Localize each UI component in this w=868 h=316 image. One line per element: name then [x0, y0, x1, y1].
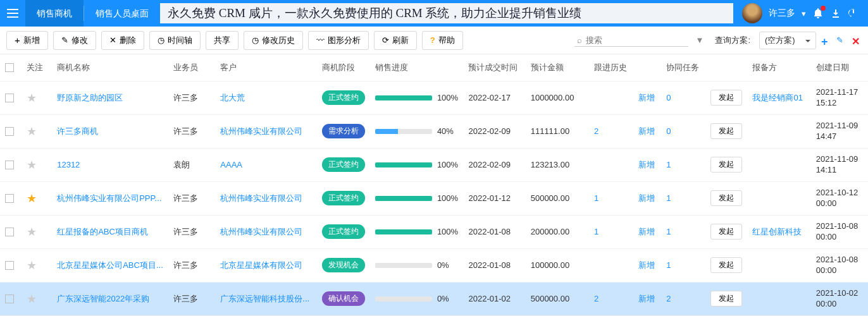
- row-checkbox[interactable]: [5, 295, 14, 303]
- opportunity-name-link[interactable]: 广东深远智能2022年采购: [57, 294, 149, 303]
- table-row[interactable]: ★杭州伟峰实业有限公司PPP...许三多杭州伟峰实业有限公司正式签约100%20…: [0, 181, 868, 215]
- plan-edit-icon[interactable]: ✎: [836, 35, 846, 46]
- star-icon[interactable]: ★: [27, 259, 37, 272]
- table-row[interactable]: ★野原新之助的园区许三多北大荒正式签约100%2022-02-171000000…: [0, 81, 868, 114]
- tab-sales-desktop[interactable]: 销售人员桌面: [84, 0, 160, 27]
- coop-count-link[interactable]: 0: [666, 126, 671, 136]
- initiate-button[interactable]: 发起: [710, 257, 742, 273]
- x-icon: [109, 35, 116, 45]
- plan-close-icon[interactable]: ✕: [852, 35, 862, 46]
- avatar[interactable]: [742, 3, 762, 23]
- row-checkbox[interactable]: [5, 261, 14, 270]
- col-expect-amount[interactable]: 预计金额: [526, 54, 589, 81]
- row-checkbox[interactable]: [5, 194, 14, 203]
- col-follow-history[interactable]: 跟进历史: [589, 54, 633, 81]
- opportunity-name-link[interactable]: 红星报备的ABC项目商机: [57, 227, 148, 236]
- table-row[interactable]: ★许三多商机许三多杭州伟峰实业有限公司需求分析40%2022-02-091111…: [0, 114, 868, 148]
- col-agent[interactable]: 业务员: [168, 54, 215, 81]
- add-button[interactable]: 新增: [6, 31, 48, 50]
- user-name[interactable]: 许三多: [769, 8, 795, 19]
- col-reporter[interactable]: 报备方: [747, 54, 810, 81]
- col-stage[interactable]: 商机阶段: [317, 54, 370, 81]
- star-icon[interactable]: ★: [27, 159, 37, 171]
- chevron-down-icon[interactable]: ▾: [802, 9, 806, 18]
- chart-button[interactable]: 图形分析: [308, 31, 369, 50]
- opportunity-name-link[interactable]: 许三多商机: [57, 126, 98, 136]
- add-follow-link[interactable]: 新增: [638, 126, 655, 136]
- initiate-button[interactable]: 发起: [710, 157, 742, 173]
- col-coop-task[interactable]: 协同任务: [661, 54, 705, 81]
- row-checkbox[interactable]: [5, 161, 14, 169]
- customer-link[interactable]: 杭州伟峰实业有限公司: [220, 193, 302, 203]
- initiate-button[interactable]: 发起: [710, 291, 742, 307]
- initiate-button[interactable]: 发起: [710, 90, 742, 106]
- menu-button[interactable]: [0, 0, 25, 27]
- coop-count-link[interactable]: 1: [666, 193, 671, 203]
- plan-add-icon[interactable]: +: [821, 35, 831, 46]
- add-follow-link[interactable]: 新增: [638, 160, 655, 169]
- opportunity-name-link[interactable]: 野原新之助的园区: [57, 93, 123, 102]
- add-follow-link[interactable]: 新增: [638, 294, 655, 303]
- timeline-button[interactable]: 时间轴: [149, 31, 201, 50]
- customer-link[interactable]: 北京星星媒体有限公司: [220, 260, 302, 270]
- follow-history-link[interactable]: 2: [594, 294, 598, 303]
- table-row[interactable]: ★红星报备的ABC项目商机许三多杭州伟峰实业有限公司正式签约100%2022-0…: [0, 215, 868, 248]
- star-icon[interactable]: ★: [27, 192, 37, 205]
- star-icon[interactable]: ★: [27, 226, 37, 238]
- customer-link[interactable]: AAAA: [220, 160, 242, 169]
- add-follow-link[interactable]: 新增: [638, 193, 655, 203]
- add-follow-link[interactable]: 新增: [638, 93, 655, 102]
- customer-link[interactable]: 杭州伟峰实业有限公司: [220, 126, 302, 136]
- add-follow-link[interactable]: 新增: [638, 260, 655, 270]
- customer-link[interactable]: 北大荒: [220, 93, 245, 102]
- row-checkbox[interactable]: [5, 127, 14, 136]
- star-icon[interactable]: ★: [27, 92, 37, 104]
- bell-icon[interactable]: [812, 8, 824, 19]
- add-follow-link[interactable]: 新增: [638, 227, 655, 236]
- col-create-date[interactable]: 创建日期: [811, 54, 868, 81]
- reporter-link[interactable]: 我是经销商01: [752, 93, 802, 102]
- coop-count-link[interactable]: 2: [666, 294, 671, 303]
- follow-history-link[interactable]: 2: [594, 126, 598, 136]
- edit-button[interactable]: 修改: [53, 31, 96, 50]
- filter-icon[interactable]: ▼: [693, 35, 707, 45]
- col-progress[interactable]: 销售进度: [370, 54, 464, 81]
- customer-link[interactable]: 广东深远智能科技股份...: [220, 294, 309, 303]
- coop-count-link[interactable]: 0: [666, 93, 671, 102]
- refresh-button[interactable]: 刷新: [374, 31, 417, 50]
- row-checkbox[interactable]: [5, 228, 14, 236]
- select-all-checkbox[interactable]: [5, 63, 14, 72]
- logout-icon[interactable]: [848, 8, 859, 19]
- delete-button[interactable]: 删除: [101, 31, 144, 50]
- opportunity-name-link[interactable]: 北京星星媒体公司ABC项目...: [57, 260, 163, 270]
- star-icon[interactable]: ★: [27, 125, 37, 138]
- coop-count-link[interactable]: 1: [666, 227, 671, 236]
- reporter-link[interactable]: 红星创新科技: [752, 227, 802, 236]
- search-input[interactable]: [586, 35, 692, 45]
- table-row[interactable]: ★北京星星媒体公司ABC项目...许三多北京星星媒体有限公司发现机会0%2022…: [0, 248, 868, 282]
- initiate-button[interactable]: 发起: [710, 123, 742, 139]
- coop-count-link[interactable]: 1: [666, 160, 671, 169]
- table-row[interactable]: ★12312袁朗AAAA正式签约100%2022-02-09123213.00新…: [0, 148, 868, 181]
- col-name[interactable]: 商机名称: [52, 54, 168, 81]
- opportunity-name-link[interactable]: 12312: [57, 160, 80, 169]
- customer-link[interactable]: 杭州伟峰实业有限公司: [220, 227, 302, 236]
- col-customer[interactable]: 客户: [215, 54, 316, 81]
- download-icon[interactable]: [830, 8, 841, 19]
- coop-count-link[interactable]: 1: [666, 260, 671, 270]
- row-checkbox[interactable]: [5, 94, 14, 102]
- initiate-button[interactable]: 发起: [710, 190, 742, 206]
- history-button[interactable]: 修改历史: [244, 31, 303, 50]
- follow-history-link[interactable]: 1: [594, 193, 598, 203]
- col-expect-date[interactable]: 预计成交时间: [463, 54, 525, 81]
- plan-select[interactable]: (空方案): [759, 32, 816, 49]
- share-button[interactable]: 共享: [206, 31, 239, 50]
- star-icon[interactable]: ★: [27, 293, 37, 305]
- opportunity-name-link[interactable]: 杭州伟峰实业有限公司PPP...: [57, 193, 161, 203]
- table-row[interactable]: ★广东深远智能2022年采购许三多广东深远智能科技股份...确认机会0%2022…: [0, 282, 868, 315]
- initiate-button[interactable]: 发起: [710, 224, 742, 240]
- help-button[interactable]: 帮助: [422, 31, 463, 50]
- col-follow[interactable]: 关注: [22, 54, 52, 81]
- tab-sales-opportunity[interactable]: 销售商机: [25, 0, 84, 27]
- follow-history-link[interactable]: 1: [594, 227, 598, 236]
